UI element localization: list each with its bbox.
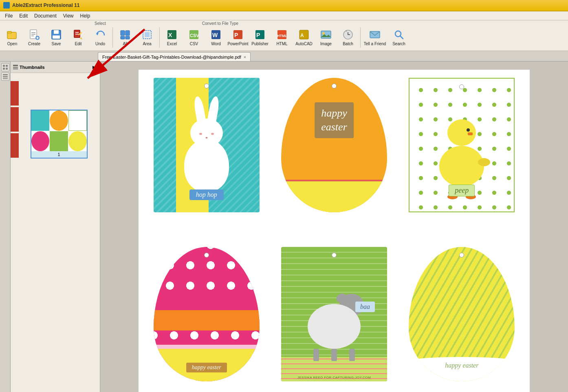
sidebar-title: Thumbnails — [20, 65, 45, 70]
autocad-icon: A — [298, 29, 310, 40]
tab-close-button[interactable]: × — [244, 55, 246, 59]
undo-icon — [95, 29, 106, 40]
create-button[interactable]: Create — [24, 26, 45, 49]
csv-button[interactable]: CSV CSV — [183, 26, 205, 49]
left-icon-grid[interactable] — [1, 63, 9, 71]
svg-rect-49 — [3, 74, 8, 75]
chick-eye — [467, 128, 470, 132]
attribution-text: JESSIKA REED FOR CAPTURING-JOY.COM — [297, 376, 371, 379]
sidebar-toggle-button[interactable]: ▶ — [91, 64, 97, 70]
excel-button[interactable]: X Excel — [161, 26, 183, 49]
sidebar-header-left: Thumbnails — [13, 65, 45, 70]
thumbnail-page-1[interactable]: 1 — [31, 110, 88, 159]
svg-rect-1 — [7, 31, 11, 33]
egg-bottom — [281, 180, 387, 212]
search-button[interactable]: Search — [388, 26, 409, 49]
menu-view[interactable]: View — [60, 12, 77, 20]
word-button[interactable]: W Word — [205, 26, 227, 49]
search-icon — [393, 29, 405, 40]
autocad-button[interactable]: A AutoCAD — [293, 26, 315, 49]
baa-label: baa — [355, 302, 375, 312]
all-button[interactable]: All — [114, 26, 136, 49]
toolbar-area: Select Convert to File Type Open — [0, 20, 568, 51]
tell-a-friend-button[interactable]: Tell a Friend — [362, 26, 387, 49]
svg-marker-16 — [80, 37, 82, 40]
toolbar-sep-2 — [159, 27, 160, 48]
svg-text:CSV: CSV — [190, 33, 199, 38]
yellow-egg-happy-easter: happy easter — [445, 362, 478, 369]
svg-rect-38 — [321, 31, 331, 38]
batch-icon — [342, 29, 354, 40]
edit-button[interactable]: Edit — [68, 26, 89, 49]
chick-head — [447, 119, 476, 146]
left-icons — [0, 62, 11, 392]
publisher-button[interactable]: P Publisher — [249, 26, 271, 49]
pdf-tab[interactable]: Free-Easter-Basket-Gift-Tag-Printables-D… — [98, 52, 251, 61]
app-title: Able2Extract Professional 11 — [12, 2, 79, 8]
svg-rect-48 — [6, 68, 8, 70]
create-icon — [29, 29, 40, 40]
svg-rect-52 — [13, 65, 18, 66]
left-icon-list[interactable] — [1, 73, 9, 81]
svg-rect-46 — [6, 65, 8, 67]
powerpoint-button[interactable]: P PowerPoint — [227, 26, 249, 49]
main-layout: Thumbnails ▶ — [0, 62, 568, 392]
svg-text:HTML: HTML — [277, 34, 287, 38]
sheep-tag-hole — [332, 253, 337, 258]
html-button[interactable]: HTML HTML — [271, 26, 293, 49]
thumbnail-area: 1 — [11, 73, 100, 392]
tab-bar: Free-Easter-Basket-Gift-Tag-Printables-D… — [0, 51, 568, 62]
sidebar-red-tab-2[interactable] — [11, 107, 19, 132]
easter-egg-tag: happy easter — [281, 78, 387, 212]
convert-group-label: Convert to File Type — [199, 21, 242, 26]
publisher-icon: P — [254, 29, 266, 40]
sheep-legs — [313, 349, 355, 361]
html-icon: HTML — [276, 29, 288, 40]
svg-rect-20 — [121, 36, 125, 39]
pink-egg-tag-card: happy easter — [147, 247, 266, 381]
undo-button[interactable]: Undo — [90, 26, 111, 49]
svg-rect-12 — [74, 30, 80, 37]
sidebar-red-tab-3[interactable] — [11, 133, 19, 158]
happy-easter-text: happy easter — [315, 102, 354, 138]
toolbar: Open Create — [2, 26, 566, 49]
excel-icon: X — [166, 29, 178, 40]
sheep-leg-1 — [313, 349, 319, 361]
image-icon — [320, 29, 332, 40]
easter-egg-hole — [332, 84, 337, 88]
svg-rect-10 — [54, 30, 59, 34]
yellow-egg-hole — [459, 253, 464, 258]
svg-text:X: X — [168, 32, 172, 38]
content-area: hop hop happy easter — [100, 62, 568, 392]
sidebar-red-tab-1[interactable] — [11, 81, 19, 106]
tab-filename: Free-Easter-Basket-Gift-Tag-Printables-D… — [102, 55, 241, 59]
app-icon — [3, 2, 10, 9]
powerpoint-icon: P — [232, 29, 244, 40]
area-button[interactable]: Area — [136, 26, 158, 49]
image-button[interactable]: Image — [315, 26, 337, 49]
toolbar-sep-1 — [112, 27, 113, 48]
open-icon — [7, 29, 18, 40]
title-bar: Able2Extract Professional 11 — [0, 0, 568, 11]
hop-hop-label: hop hop — [189, 189, 224, 200]
batch-button[interactable]: Batch — [337, 26, 359, 49]
sheep-body-wool — [308, 304, 361, 349]
easter-egg-tag-card: happy easter — [274, 78, 394, 212]
menu-document[interactable]: Document — [31, 12, 60, 20]
menu-file[interactable]: File — [2, 12, 16, 20]
peep-label: peep — [449, 185, 475, 196]
thumbnail-label: 1 — [31, 151, 87, 158]
menu-edit[interactable]: Edit — [16, 12, 31, 20]
bunny-body — [184, 139, 229, 192]
menu-help[interactable]: Help — [77, 12, 94, 20]
svg-rect-53 — [13, 67, 18, 68]
yellow-chevron-egg: happy easter — [409, 247, 515, 381]
chick-wing — [478, 158, 490, 166]
sidebar-header: Thumbnails ▶ — [11, 62, 100, 73]
sidebar: Thumbnails ▶ — [11, 62, 100, 392]
open-button[interactable]: Open — [2, 26, 23, 49]
pink-egg-orange-band — [154, 310, 260, 330]
save-button[interactable]: Save — [46, 26, 67, 49]
sheep-tag-card: baa JESSIKA REED FOR CAPTURING-JOY.COM — [274, 247, 394, 381]
chick-body-area: peep — [439, 128, 484, 199]
